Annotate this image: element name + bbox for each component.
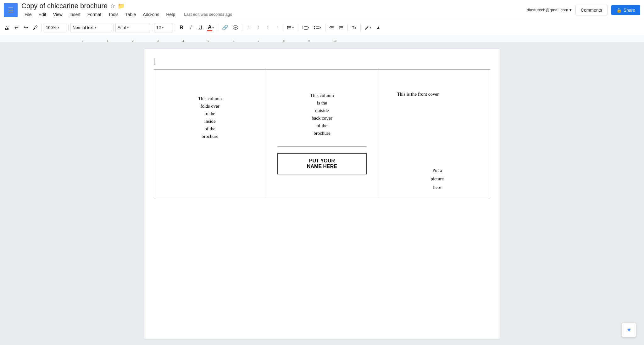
undo-button[interactable]: ↩ [12,23,21,33]
align-left-button[interactable]: ⁞ [244,23,253,33]
numbered-list-chevron: ▾ [308,25,309,30]
column-3-cell: This is the front cover Put apicturehere [378,70,490,198]
size-value: 12 [156,25,161,30]
numbered-list-button[interactable]: 1. ▾ [300,23,311,33]
indent-less-button[interactable] [327,23,336,33]
user-email[interactable]: dlastutech@gmail.com ▾ [527,8,572,12]
ai-assistant-button[interactable]: ✦ [621,322,636,337]
brochure-table: This columnfolds overto theinsideof theb… [154,69,490,198]
menu-view[interactable]: View [50,11,66,18]
menu-edit[interactable]: Edit [36,11,49,18]
bullet-list-chevron: ▾ [319,25,321,30]
divider-10 [325,24,325,31]
collapse-toolbar-button[interactable]: ▲ [374,23,383,33]
dropdown-icon: ▾ [569,8,572,12]
table-row: This columnfolds overto theinsideof theb… [154,70,490,198]
align-justify-button[interactable]: ⁞ [272,23,281,33]
document-page: This columnfolds overto theinsideof theb… [144,49,500,339]
folder-icon[interactable]: 📁 [118,3,125,9]
link-button[interactable]: 🔗 [220,23,230,33]
ruler-mark-10: 10 [333,39,336,42]
share-button[interactable]: 🔒 Share [611,5,640,15]
print-button[interactable]: 🖨 [3,23,11,33]
top-bar: ☰ Copy of chiccarine brochure ☆ 📁 File E… [0,0,644,20]
comments-button[interactable]: Comments [575,5,608,15]
font-color-bar [207,30,212,31]
align-right-button[interactable]: ⁞ [263,23,272,33]
column-2-cell: This columnis theoutsideback coverof the… [266,70,378,198]
zoom-select[interactable]: 100% ▾ [44,23,66,32]
menu-format[interactable]: Format [84,11,104,18]
doc-title-row: Copy of chiccarine brochure ☆ 📁 [21,2,527,10]
last-edit-status: Last edit was seconds ago [184,12,232,17]
hamburger-icon: ☰ [8,6,14,14]
ruler: 0 1 2 3 4 5 6 7 8 9 10 [0,35,644,43]
align-center-button[interactable]: ⁞ [253,23,262,33]
font-color-letter: A [208,24,212,30]
line-spacing-chevron: ▾ [292,25,294,30]
redo-button[interactable]: ↪ [21,23,30,33]
pen-button[interactable]: ▾ [363,23,373,33]
divider-9 [298,24,298,31]
style-value: Normal text [73,25,93,30]
ruler-mark-4: 4 [182,39,184,42]
star-icon[interactable]: ☆ [110,3,115,9]
divider-4 [152,24,152,31]
indent-more-button[interactable] [337,23,346,33]
ruler-inner: 0 1 2 3 4 5 6 7 8 9 10 [0,35,644,42]
menu-bar: File Edit View Insert Format Tools Table… [21,11,527,18]
divider-12 [360,24,361,31]
divider-8 [283,24,283,31]
ruler-mark-7: 7 [258,39,259,42]
ruler-mark-0: 0 [82,39,83,42]
email-text: dlastutech@gmail.com [527,8,568,12]
font-color-chevron: ▾ [212,25,214,30]
menu-help[interactable]: Help [163,11,178,18]
menu-addons[interactable]: Add-ons [140,11,162,18]
font-chevron: ▾ [127,25,129,30]
top-right-actions: dlastutech@gmail.com ▾ Comments 🔒 Share [527,5,640,15]
col2-divider [277,146,367,147]
menu-insert[interactable]: Insert [66,11,84,18]
svg-point-7 [314,26,315,27]
underline-button[interactable]: U [196,23,205,33]
clear-format-button[interactable]: Tx [350,23,358,33]
doc-title[interactable]: Copy of chiccarine brochure [21,2,108,10]
document-area: This columnfolds overto theinsideof theb… [0,43,644,345]
menu-tools[interactable]: Tools [105,11,122,18]
font-color-button[interactable]: A ▾ [205,23,216,33]
ruler-mark-2: 2 [132,39,134,42]
divider-5 [175,24,175,31]
ruler-mark-1: 1 [107,39,108,42]
col3-picture-text: Put apicturehere [385,97,484,192]
lock-icon: 🔒 [616,8,622,13]
size-chevron: ▾ [162,25,164,30]
font-value: Arial [118,25,126,30]
line-spacing-button[interactable]: ▾ [285,23,296,33]
bold-button[interactable]: B [177,23,186,33]
comment-button[interactable]: 💬 [231,23,240,33]
column-1-cell: This columnfolds overto theinsideof theb… [154,70,266,198]
svg-text:1.: 1. [302,26,304,30]
style-select[interactable]: Normal text ▾ [70,23,111,32]
style-chevron: ▾ [95,25,97,30]
font-color-a: A [207,24,212,31]
app-menu-button[interactable]: ☰ [4,3,18,17]
menu-file[interactable]: File [21,11,35,18]
name-box: PUT YOURNAME HERE [277,153,367,174]
divider-11 [347,24,348,31]
cursor [154,59,154,65]
menu-table[interactable]: Table [122,11,139,18]
divider-6 [218,24,218,31]
ruler-mark-3: 3 [157,39,159,42]
font-select[interactable]: Arial ▾ [115,23,150,32]
pen-chevron: ▾ [369,25,371,30]
col3-front-cover-text: This is the front cover [385,76,484,97]
paint-format-button[interactable]: 🖌 [31,23,40,33]
col2-top-text: This columnis theoutsideback coverof the… [310,76,334,143]
bullet-list-button[interactable]: ▾ [312,23,323,33]
italic-button[interactable]: I [186,23,195,33]
ruler-mark-6: 6 [233,39,234,42]
ruler-mark-5: 5 [208,39,209,42]
font-size-select[interactable]: 12 ▾ [154,23,173,32]
